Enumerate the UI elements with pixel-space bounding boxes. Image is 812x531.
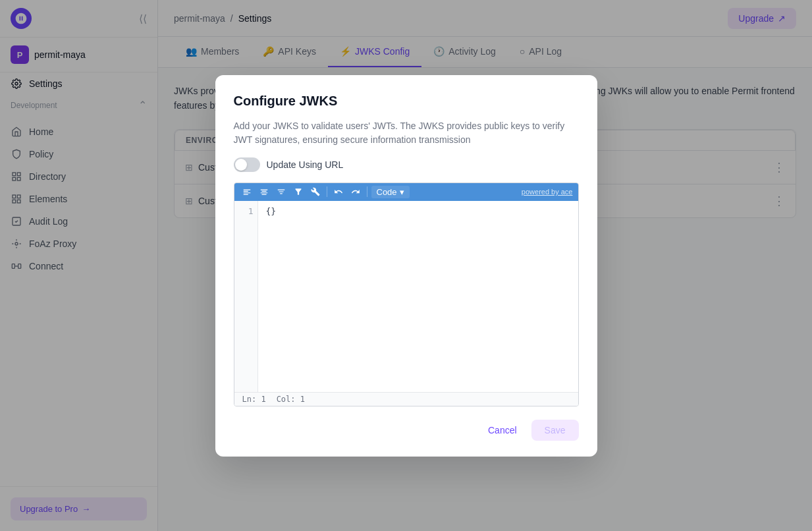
code-editor: Code ▾ powered by ace 1 {} Ln: 1 Col: 1 [234,182,579,406]
filter-button[interactable] [291,186,306,198]
code-arrow: ▾ [400,187,404,197]
editor-toolbar: Code ▾ powered by ace [234,183,578,201]
toggle-row: Update Using URL [234,157,579,172]
modal-title: Configure JWKS [234,94,579,109]
toolbar-separator-2 [367,186,367,197]
code-dropdown-button[interactable]: Code ▾ [371,186,410,198]
toolbar-separator [327,186,327,197]
sort-button[interactable] [274,186,288,198]
code-label: Code [377,187,397,197]
undo-button[interactable] [331,186,346,198]
line-numbers: 1 [234,201,258,392]
cancel-button[interactable]: Cancel [480,420,525,441]
modal-overlay: Configure JWKS Add your JWKS to validate… [0,0,812,531]
tool-button[interactable] [308,186,323,198]
modal-actions: Cancel Save [234,420,579,441]
status-ln: Ln: 1 [242,395,266,404]
configure-jwks-modal: Configure JWKS Add your JWKS to validate… [215,75,597,457]
modal-description: Add your JWKS to validate users' JWTs. T… [234,119,579,147]
redo-button[interactable] [348,186,363,198]
editor-status-bar: Ln: 1 Col: 1 [234,392,578,406]
align-left-button[interactable] [240,186,254,198]
status-col: Col: 1 [277,395,305,404]
powered-by-link[interactable]: powered by ace [522,188,573,196]
toggle-label: Update Using URL [267,159,344,170]
save-button[interactable]: Save [531,420,579,441]
line-number-1: 1 [238,206,254,216]
align-center-button[interactable] [257,186,271,198]
code-textarea[interactable]: {} [258,201,578,392]
update-url-toggle[interactable] [234,157,260,172]
editor-body: 1 {} [234,201,578,392]
